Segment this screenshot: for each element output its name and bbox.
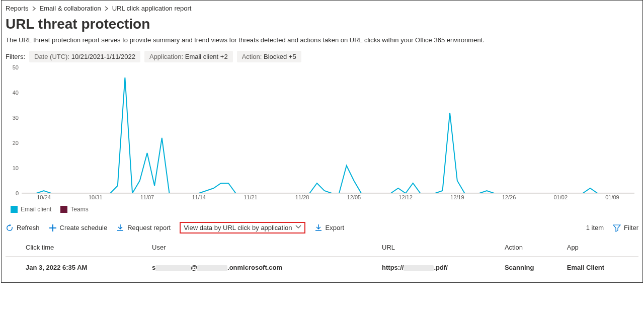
refresh-icon [6,224,14,232]
request-report-button[interactable]: Request report [116,224,171,232]
x-axis: 10/2410/3111/0711/1411/2111/2812/0512/12… [22,194,634,202]
line-chart: 01020304050 10/2410/3111/0711/1411/2111/… [6,67,638,201]
column-header[interactable]: URL [378,239,501,257]
column-header[interactable]: Click time [6,239,148,257]
table-header-row: Click timeUserURLActionApp [6,239,638,257]
breadcrumb-item[interactable]: Email & collaboration [40,5,101,12]
x-tick: 10/31 [89,194,103,200]
download-icon [116,224,124,232]
y-tick: 10 [13,165,19,171]
filter-icon [613,224,621,232]
x-tick: 01/02 [553,194,568,200]
x-tick: 10/24 [37,194,51,200]
x-tick: 11/28 [295,194,309,200]
legend-label: Email client [21,206,51,213]
results-table: Click timeUserURLActionApp Jan 3, 2022 6… [6,239,638,278]
filter-application[interactable]: Application: Email client +2 [144,51,233,62]
legend-item[interactable]: Email client [11,206,51,213]
column-header[interactable]: App [563,239,638,257]
cell-user: s@.onmicrosoft.com [148,257,378,279]
legend-item[interactable]: Teams [60,206,88,213]
x-tick: 11/14 [192,194,206,200]
plot-area [22,67,634,194]
refresh-button[interactable]: Refresh [6,224,40,232]
toolbar: Refresh Create schedule Request report V… [6,222,638,234]
cell-action: Scanning [501,257,563,279]
y-tick: 20 [13,140,19,146]
item-count: 1 item [586,224,604,231]
filter-action[interactable]: Action: Blocked +5 [237,51,301,62]
filter-date[interactable]: Date (UTC): 10/21/2021-1/11/2022 [29,51,140,62]
breadcrumb: ReportsEmail & collaborationURL click ap… [6,5,638,12]
chevron-right-icon [104,6,109,11]
export-button[interactable]: Export [314,224,345,232]
y-tick: 50 [13,64,19,70]
filter-button[interactable]: Filter [613,224,638,232]
page-title: URL threat protection [6,16,638,32]
chevron-down-icon [295,224,301,231]
cell-app: Email Client [563,257,638,279]
x-tick: 12/26 [502,194,516,200]
legend-label: Teams [70,206,88,213]
x-tick: 11/21 [244,194,258,200]
cell-url: https://.pdf/ [378,257,501,279]
y-tick: 0 [16,190,19,196]
x-tick: 11/07 [140,194,154,200]
y-tick: 30 [13,115,19,121]
breadcrumb-item[interactable]: Reports [6,5,29,12]
legend-swatch [60,206,67,213]
table-row[interactable]: Jan 3, 2022 6:35 AMs@.onmicrosoft.comhtt… [6,257,638,279]
view-data-by-dropdown[interactable]: View data by URL click by application [180,222,305,234]
column-header[interactable]: User [148,239,378,257]
chart-legend: Email clientTeams [11,206,638,213]
page-description: The URL threat protection report serves … [6,36,638,44]
plus-icon [49,224,57,232]
column-header[interactable]: Action [501,239,563,257]
chevron-right-icon [32,6,37,11]
create-schedule-button[interactable]: Create schedule [49,224,108,232]
breadcrumb-item: URL click application report [112,5,192,12]
download-icon [314,224,323,232]
x-tick: 12/19 [450,194,464,200]
legend-swatch [11,206,18,213]
cell-click-time: Jan 3, 2022 6:35 AM [6,257,148,279]
x-tick: 12/12 [398,194,413,200]
x-tick: 12/05 [347,194,361,200]
chart-series [22,77,634,193]
filters-row: Filters: Date (UTC): 10/21/2021-1/11/202… [6,51,638,62]
y-axis: 01020304050 [6,67,20,193]
x-tick: 01/09 [605,194,619,200]
y-tick: 40 [13,90,19,96]
filters-label: Filters: [6,53,25,60]
